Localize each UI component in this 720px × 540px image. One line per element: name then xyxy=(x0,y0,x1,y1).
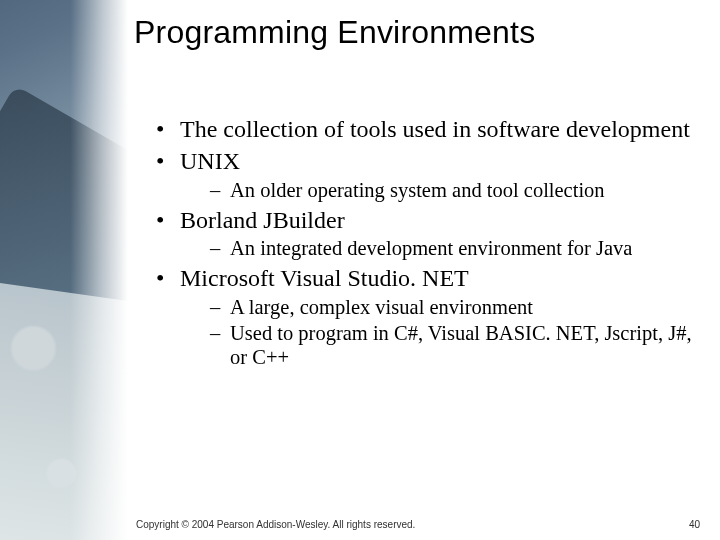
sub-bullet-text: An integrated development environment fo… xyxy=(230,237,632,259)
slide-title: Programming Environments xyxy=(128,0,720,51)
sub-bullet-text: A large, complex visual environment xyxy=(230,296,533,318)
bullet-item: Microsoft Visual Studio. NET A large, co… xyxy=(162,264,692,369)
bullet-text: UNIX xyxy=(180,148,240,174)
bullet-text: The collection of tools used in software… xyxy=(180,116,690,142)
bullet-text: Microsoft Visual Studio. NET xyxy=(180,265,469,291)
bullet-item: UNIX An older operating system and tool … xyxy=(162,147,692,202)
bullet-item: The collection of tools used in software… xyxy=(162,115,692,143)
sub-bullet-item: An older operating system and tool colle… xyxy=(214,178,692,202)
slide-body: The collection of tools used in software… xyxy=(128,51,720,369)
content-area: Programming Environments The collection … xyxy=(128,0,720,540)
sub-bullet-item: Used to program in C#, Visual BASIC. NET… xyxy=(214,321,692,369)
sub-bullet-item: A large, complex visual environment xyxy=(214,295,692,319)
sub-bullet-text: An older operating system and tool colle… xyxy=(230,179,605,201)
bullet-item: Borland JBuilder An integrated developme… xyxy=(162,206,692,261)
slide: Programming Environments The collection … xyxy=(0,0,720,540)
sub-bullet-text: Used to program in C#, Visual BASIC. NET… xyxy=(230,322,692,368)
sub-bullet-item: An integrated development environment fo… xyxy=(214,236,692,260)
background-image xyxy=(0,0,128,540)
bullet-text: Borland JBuilder xyxy=(180,207,345,233)
